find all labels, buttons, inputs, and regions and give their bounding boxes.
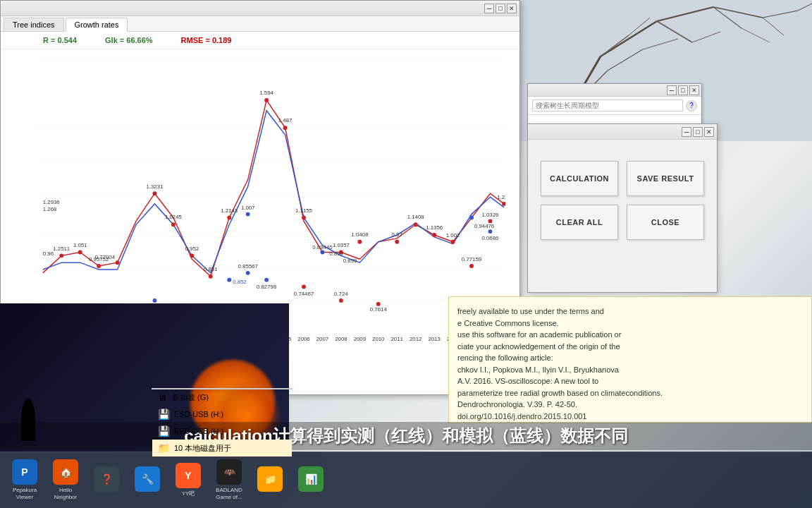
graph-minimize-button[interactable]: ─ [484, 4, 494, 13]
svg-point-42 [78, 250, 82, 255]
svg-text:0.7614: 0.7614 [370, 306, 388, 313]
save-result-button[interactable]: SAVE RESULT [627, 161, 704, 196]
svg-point-34 [227, 216, 231, 220]
taskbar-icon-unknown1[interactable]: ❓ [89, 457, 124, 503]
right-panel: ─ □ ✕ CALCULATION SAVE RESULT CLEAR ALL … [527, 123, 718, 293]
svg-text:1.007: 1.007 [241, 205, 255, 211]
svg-point-38 [432, 233, 436, 237]
svg-text:0.899: 0.899 [343, 258, 357, 264]
svg-text:0.85567: 0.85567 [238, 263, 258, 270]
taskbar-icon-folder[interactable]: 📁 [252, 457, 288, 503]
svg-text:1.1408: 1.1408 [407, 214, 425, 220]
close-button[interactable]: CLOSE [627, 205, 704, 240]
tab-growth-rates[interactable]: Growth rates [66, 18, 128, 32]
small-secondary-window: ─ □ ✕ ? [527, 83, 702, 126]
stat-r-value: R = 0.544 [43, 36, 77, 44]
svg-point-26 [264, 98, 269, 102]
svg-text:2011: 2011 [391, 336, 403, 342]
dropdown-menu[interactable]: 🖥 新加坡 (G) 💾 ESD-USB (H:) 💾 ESD-USB (H:) … [152, 388, 293, 389]
svg-point-70 [302, 284, 306, 289]
dropdown-item-1[interactable]: 💾 ESD-USB (H:) [152, 406, 292, 423]
right-panel-maximize-button[interactable]: □ [693, 127, 703, 137]
svg-point-44 [395, 240, 399, 244]
taskbar-icon-pepakura[interactable]: P Pepakura Viewer [7, 457, 42, 503]
svg-point-66 [321, 250, 325, 255]
svg-text:0.94476: 0.94476 [474, 223, 495, 229]
dropdown-item-0[interactable]: 🖥 新加坡 (G) [152, 389, 292, 406]
svg-point-46 [190, 253, 194, 258]
small-close-button[interactable]: ✕ [689, 85, 699, 95]
help-icon[interactable]: ? [686, 100, 697, 111]
svg-text:1.051: 1.051 [73, 242, 87, 248]
graph-close-button[interactable]: ✕ [507, 4, 517, 13]
graph-window-controls: ─ □ ✕ [484, 4, 517, 13]
tab-tree-indices[interactable]: Tree indices [4, 18, 64, 31]
small-maximize-button[interactable]: □ [678, 85, 688, 95]
svg-text:1.0357: 1.0357 [333, 242, 350, 248]
right-panel-close-button[interactable]: ✕ [704, 127, 714, 137]
info-line-10: doi.org/10.1016/j.dendro.2015.10.001 [457, 411, 803, 423]
svg-point-58 [209, 274, 213, 279]
small-window-titlebar: ─ □ ✕ [528, 84, 701, 97]
dropdown-item-label-2: ESD-USB (H:) [174, 427, 223, 435]
taskbar-icon-hello-neighbor[interactable]: 🏠 Hello Neighbor [48, 457, 83, 503]
svg-text:0.77004: 0.77004 [95, 254, 116, 260]
svg-text:0.74467: 0.74467 [294, 291, 314, 297]
unknown1-icon: ❓ [94, 466, 119, 492]
chart-svg: 1.594 1.487 1.3231 1.2511 1.2143 1.1408 … [36, 56, 505, 344]
svg-text:1.2936: 1.2936 [43, 199, 61, 205]
svg-text:1.2511: 1.2511 [53, 246, 70, 252]
svg-text:1.487: 1.487 [278, 117, 293, 123]
svg-point-28 [283, 126, 288, 130]
svg-point-32 [59, 253, 63, 258]
svg-text:2012: 2012 [410, 336, 422, 342]
clear-all-button[interactable]: CLEAR ALL [541, 205, 618, 240]
taskbar-icon-spreadsheet[interactable]: 📊 [293, 457, 328, 503]
svg-text:0.97: 0.97 [392, 231, 402, 238]
svg-point-52 [357, 240, 362, 244]
taskbar-label-badland: BADLAND Game of... [211, 487, 247, 500]
svg-text:0.895: 0.895 [329, 250, 343, 257]
hello-neighbor-icon: 🏠 [53, 459, 78, 485]
svg-text:1.002: 1.002 [446, 232, 460, 238]
svg-point-93 [488, 229, 493, 234]
svg-text:2013: 2013 [428, 336, 441, 342]
calculation-button[interactable]: CALCULATION [541, 161, 618, 196]
dropdown-item-2[interactable]: 💾 ESD-USB (H:) [152, 423, 292, 440]
svg-point-60 [227, 278, 231, 282]
svg-text:1.594: 1.594 [259, 90, 273, 96]
svg-point-72 [339, 298, 343, 303]
svg-text:0.77159: 0.77159 [462, 256, 481, 262]
small-minimize-button[interactable]: ─ [667, 85, 677, 95]
svg-point-78 [469, 264, 474, 268]
search-input[interactable] [532, 99, 683, 111]
info-line-8: parameterize tree radial growth based on… [457, 387, 803, 399]
svg-point-84 [153, 298, 157, 303]
info-line-7: A.V. 2016. VS-oscilloscope: A new tool t… [457, 375, 803, 387]
pepakura-icon: P [12, 459, 37, 485]
graph-maximize-button[interactable]: □ [496, 4, 505, 13]
info-line-6: chkov I.I., Popkova M.I., Ilyin V.I., Br… [457, 364, 803, 376]
stat-glk-value: Glk = 66.66% [105, 36, 153, 44]
taskbar-icon-badland[interactable]: 🦇 BADLAND Game of... [211, 457, 247, 503]
folder-icon: 📁 [257, 466, 283, 492]
svg-point-40 [302, 216, 306, 220]
taskbar: P Pepakura Viewer 🏠 Hello Neighbor ❓ 🔧 Y… [0, 452, 812, 508]
svg-point-76 [116, 260, 120, 265]
taskbar-icon-yy[interactable]: Y YY吧 [171, 457, 206, 503]
dropdown-item-3[interactable]: 📁 10 本地磁盘用于 [152, 440, 292, 456]
taskbar-icon-tool[interactable]: 🔧 [130, 457, 165, 503]
svg-text:0.852: 0.852 [233, 279, 247, 285]
svg-text:1.0408: 1.0408 [351, 231, 369, 238]
svg-text:0.851: 0.851 [204, 266, 218, 272]
svg-text:2007: 2007 [316, 336, 328, 342]
svg-text:1.3231: 1.3231 [146, 183, 163, 190]
right-panel-controls: ─ □ ✕ [682, 127, 714, 137]
stats-bar: R = 0.544 Glk = 66.66% RMSE = 0.189 [1, 32, 519, 49]
info-line-9: Dendrochronologia. V.39. P. 42-50. [457, 399, 803, 411]
right-panel-minimize-button[interactable]: ─ [682, 127, 691, 137]
spreadsheet-icon: 📊 [298, 466, 324, 492]
dropdown-item-label-0: 新加坡 (G) [172, 392, 209, 403]
taskbar-label-pepakura: Pepakura Viewer [7, 487, 42, 500]
svg-text:0.82798: 0.82798 [257, 284, 277, 290]
